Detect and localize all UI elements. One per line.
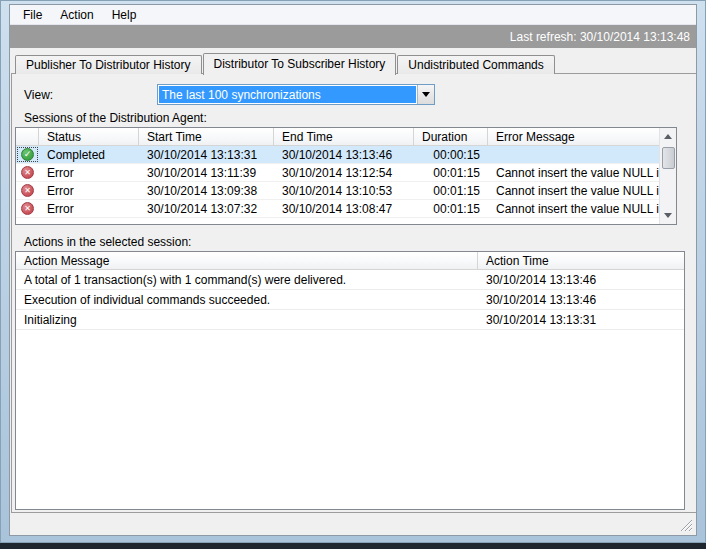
view-label: View:	[24, 88, 157, 102]
column-header-end-time[interactable]: End Time	[274, 128, 414, 145]
error-icon	[21, 184, 34, 197]
column-header-status[interactable]: Status	[39, 128, 139, 145]
scrollbar-up-button[interactable]	[660, 128, 677, 145]
actions-table-header: Action Message Action Time	[16, 252, 684, 270]
error-icon	[21, 202, 34, 215]
session-start-time: 30/10/2014 13:13:31	[139, 146, 274, 163]
desktop-background: File Action Help Last refresh: 30/10/201…	[0, 0, 706, 549]
error-icon	[21, 166, 34, 179]
tab-strip: Publisher To Distributor History Distrib…	[15, 52, 556, 74]
tab-panel: View: The last 100 synchronizations Sess…	[11, 73, 697, 513]
session-error-message: Cannot insert the value NULL int...	[488, 182, 659, 199]
resize-grip-icon[interactable]	[679, 518, 693, 532]
view-dropdown-button[interactable]	[417, 85, 434, 104]
session-status: Error	[39, 164, 139, 181]
session-duration: 00:01:15	[414, 164, 488, 181]
column-header-action-message[interactable]: Action Message	[16, 252, 478, 269]
session-start-time: 30/10/2014 13:09:38	[139, 182, 274, 199]
arrow-down-icon	[664, 213, 672, 218]
column-header-start-time[interactable]: Start Time	[139, 128, 274, 145]
session-error-message: Cannot insert the value NULL int...	[488, 200, 659, 217]
menu-help[interactable]: Help	[103, 5, 146, 24]
chevron-down-icon	[422, 92, 430, 97]
column-header-icon[interactable]	[16, 128, 39, 145]
scrollbar-thumb[interactable]	[662, 147, 675, 169]
action-message: Execution of individual commands succeed…	[16, 290, 478, 309]
refresh-toolbar: Last refresh: 30/10/2014 13:13:48	[10, 25, 696, 48]
tab-distributor-to-subscriber-history[interactable]: Distributor To Subscriber History	[203, 53, 397, 75]
session-row[interactable]: Error 30/10/2014 13:07:32 30/10/2014 13:…	[16, 200, 659, 218]
arrow-up-icon	[664, 134, 672, 139]
action-time: 30/10/2014 13:13:31	[478, 310, 684, 329]
view-row: View:	[24, 84, 157, 105]
session-status: Error	[39, 182, 139, 199]
action-time: 30/10/2014 13:13:46	[478, 290, 684, 309]
action-row[interactable]: Initializing 30/10/2014 13:13:31	[16, 310, 684, 330]
session-start-time: 30/10/2014 13:07:32	[139, 200, 274, 217]
session-error-message: Cannot insert the value NULL int...	[488, 164, 659, 181]
session-status: Error	[39, 200, 139, 217]
session-end-time: 30/10/2014 13:10:53	[274, 182, 414, 199]
sessions-section-title: Sessions of the Distribution Agent:	[24, 111, 207, 125]
view-dropdown[interactable]: The last 100 synchronizations	[157, 84, 435, 105]
menu-file[interactable]: File	[14, 5, 51, 24]
success-icon	[21, 148, 34, 161]
session-end-time: 30/10/2014 13:12:54	[274, 164, 414, 181]
replication-monitor-window: File Action Help Last refresh: 30/10/201…	[0, 0, 706, 543]
session-duration: 00:01:15	[414, 182, 488, 199]
scrollbar-down-button[interactable]	[660, 207, 677, 224]
tab-undistributed-commands[interactable]: Undistributed Commands	[397, 55, 554, 74]
action-row[interactable]: Execution of individual commands succeed…	[16, 290, 684, 310]
session-duration: 00:00:15	[414, 146, 488, 163]
tab-publisher-to-distributor-history[interactable]: Publisher To Distributor History	[15, 55, 202, 74]
session-status: Completed	[39, 146, 139, 163]
action-message: Initializing	[16, 310, 478, 329]
session-end-time: 30/10/2014 13:08:47	[274, 200, 414, 217]
sessions-table: Status Start Time End Time Duration Erro…	[15, 127, 677, 225]
menu-action[interactable]: Action	[51, 5, 102, 24]
action-message: A total of 1 transaction(s) with 1 comma…	[16, 270, 478, 289]
action-time: 30/10/2014 13:13:46	[478, 270, 684, 289]
menu-bar: File Action Help	[10, 5, 696, 25]
view-dropdown-selected: The last 100 synchronizations	[159, 86, 416, 103]
sessions-table-header: Status Start Time End Time Duration Erro…	[16, 128, 659, 146]
column-header-duration[interactable]: Duration	[414, 128, 488, 145]
column-header-error-message[interactable]: Error Message	[488, 128, 659, 145]
session-error-message	[488, 146, 659, 163]
actions-table: Action Message Action Time A total of 1 …	[15, 251, 685, 510]
window-client-area: File Action Help Last refresh: 30/10/201…	[9, 4, 697, 536]
actions-section-title: Actions in the selected session:	[24, 235, 191, 249]
action-row[interactable]: A total of 1 transaction(s) with 1 comma…	[16, 270, 684, 290]
column-header-action-time[interactable]: Action Time	[478, 252, 684, 269]
session-start-time: 30/10/2014 13:11:39	[139, 164, 274, 181]
session-duration: 00:01:15	[414, 200, 488, 217]
session-row[interactable]: Completed 30/10/2014 13:13:31 30/10/2014…	[16, 146, 659, 164]
session-end-time: 30/10/2014 13:13:46	[274, 146, 414, 163]
session-row[interactable]: Error 30/10/2014 13:11:39 30/10/2014 13:…	[16, 164, 659, 182]
sessions-vertical-scrollbar[interactable]	[659, 128, 676, 224]
last-refresh-label: Last refresh: 30/10/2014 13:13:48	[510, 30, 690, 44]
session-row[interactable]: Error 30/10/2014 13:09:38 30/10/2014 13:…	[16, 182, 659, 200]
